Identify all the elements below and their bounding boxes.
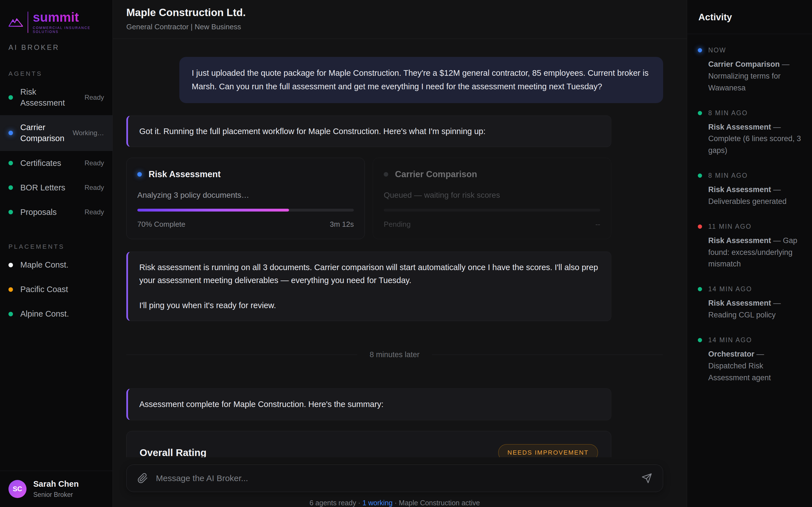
brand-tagline: COMMERCIAL INSURANCE SOLUTIONS [33, 26, 104, 34]
activity-list: NOW Carrier Comparison — Normalizing ter… [687, 34, 812, 399]
agent-status-dot-icon [8, 95, 13, 100]
brand-name: summit [33, 11, 104, 24]
send-icon[interactable] [642, 473, 652, 484]
progress-percent-label: Pending [384, 220, 410, 229]
sidebar-item-pacific-coast[interactable]: Pacific Coast [0, 277, 112, 302]
placement-name: Pacific Coast [20, 284, 104, 295]
divider-label: 8 minutes later [370, 350, 419, 359]
rating-title: Overall Rating [140, 447, 206, 457]
risk-assessment-progress-card: Risk Assessment Analyzing 3 policy docum… [126, 158, 365, 239]
agent-name: Carrier Comparison [20, 122, 65, 144]
user-profile[interactable]: SC Sarah Chen Senior Broker [0, 471, 112, 507]
overall-rating-card: Overall Rating NEEDS IMPROVEMENT CGL 7/1… [126, 431, 611, 457]
progress-bar [137, 209, 354, 212]
card-title: Carrier Comparison [395, 169, 477, 179]
card-description: Queued — waiting for risk scores [384, 191, 600, 200]
agents-section-header: AGENTS [8, 70, 104, 77]
agents-status-bar: 6 agents ready · 1 working · Maple Const… [126, 499, 663, 507]
assistant-paragraph: I'll ping you when it's ready for review… [139, 299, 600, 312]
card-title: Risk Assessment [149, 169, 221, 179]
placement-status-dot-icon [8, 263, 13, 267]
activity-item: 8 MIN AGO Risk Assessment — Deliverables… [698, 172, 802, 208]
placements-section-header: PLACEMENTS [8, 243, 104, 250]
activity-timestamp: 11 MIN AGO [708, 223, 752, 230]
activity-agent-name: Risk Assessment [708, 123, 771, 131]
working-status-dot-icon [137, 172, 142, 177]
brand-divider [28, 11, 29, 33]
agent-status: Ready [85, 184, 104, 191]
progress-percent-label: 70% Complete [137, 220, 186, 229]
product-label: AI BROKER [8, 43, 104, 52]
agent-cards-row: Risk Assessment Analyzing 3 policy docum… [126, 158, 611, 239]
agent-status: Ready [85, 94, 104, 101]
page-title: Maple Construction Ltd. [126, 7, 673, 18]
placement-name: Alpine Const. [20, 308, 104, 320]
activity-timestamp: 14 MIN AGO [708, 336, 752, 344]
message-input[interactable] [156, 473, 633, 483]
sidebar-item-bor-letters[interactable]: BOR Letters Ready [0, 175, 112, 200]
active-placement-label: · Maple Construction active [393, 499, 480, 507]
assistant-message: Got it. Running the full placement workf… [126, 115, 611, 147]
agents-ready-count: 6 agents ready · [310, 499, 363, 507]
activity-status-dot-icon [698, 287, 702, 291]
user-message: I just uploaded the quote package for Ma… [179, 57, 663, 103]
attachment-icon[interactable] [137, 473, 148, 484]
sidebar-item-carrier-comparison[interactable]: Carrier Comparison Working… [0, 115, 112, 151]
activity-agent-name: Risk Assessment [708, 299, 771, 307]
agent-status-dot-icon [8, 161, 13, 165]
message-input-box[interactable] [126, 464, 663, 492]
brand-block: summit COMMERCIAL INSURANCE SOLUTIONS AI… [0, 0, 112, 52]
activity-item: 14 MIN AGO Risk Assessment — Reading CGL… [698, 285, 802, 321]
activity-item: 8 MIN AGO Risk Assessment — Complete (6 … [698, 109, 802, 157]
agent-status: Ready [85, 208, 104, 216]
activity-item: 14 MIN AGO Orchestrator — Dispatched Ris… [698, 336, 802, 384]
time-divider: 8 minutes later [126, 350, 663, 359]
page-subtitle: General Contractor | New Business [126, 22, 673, 31]
agent-name: Risk Assessment [20, 87, 77, 108]
agent-status-dot-icon [8, 131, 13, 135]
assistant-message: Assessment complete for Maple Constructi… [126, 388, 611, 420]
activity-timestamp: NOW [708, 47, 726, 54]
progress-eta-label: -- [596, 220, 600, 229]
assistant-message: Risk assessment is running on all 3 docu… [126, 251, 611, 321]
queued-status-dot-icon [384, 172, 388, 177]
sidebar-item-alpine-const[interactable]: Alpine Const. [0, 302, 112, 326]
carrier-comparison-progress-card: Carrier Comparison Queued — waiting for … [373, 158, 611, 239]
placement-name: Maple Const. [20, 260, 104, 270]
chat-header: Maple Construction Ltd. General Contract… [113, 0, 687, 39]
activity-agent-name: Risk Assessment [708, 236, 771, 245]
composer: 6 agents ready · 1 working · Maple Const… [113, 457, 687, 507]
agents-list: Risk Assessment Ready Carrier Comparison… [0, 80, 112, 224]
activity-status-dot-icon [698, 173, 702, 178]
agent-name: Certificates [20, 158, 77, 169]
activity-agent-name: Risk Assessment [708, 185, 771, 194]
agent-status-dot-icon [8, 185, 13, 190]
sidebar-item-certificates[interactable]: Certificates Ready [0, 151, 112, 175]
activity-item: 11 MIN AGO Risk Assessment — Gap found: … [698, 223, 802, 270]
agents-working-count[interactable]: 1 working [362, 499, 393, 507]
profile-name: Sarah Chen [33, 480, 79, 489]
sidebar-item-maple-const[interactable]: Maple Const. [0, 252, 112, 277]
card-description: Analyzing 3 policy documents… [137, 191, 354, 200]
agent-status: Ready [85, 159, 104, 167]
activity-timestamp: 14 MIN AGO [708, 285, 752, 293]
activity-agent-name: Orchestrator [708, 350, 755, 358]
agent-status-dot-icon [8, 210, 13, 214]
agent-name: Proposals [20, 207, 77, 218]
sidebar-item-risk-assessment[interactable]: Risk Assessment Ready [0, 80, 112, 115]
assistant-paragraph: Risk assessment is running on all 3 docu… [139, 261, 600, 287]
sidebar-item-proposals[interactable]: Proposals Ready [0, 200, 112, 224]
activity-status-dot-icon [698, 48, 702, 52]
activity-item: NOW Carrier Comparison — Normalizing ter… [698, 47, 802, 94]
summit-logo-icon [8, 16, 23, 28]
agent-name: BOR Letters [20, 182, 77, 193]
avatar: SC [8, 480, 27, 498]
activity-panel: Activity NOW Carrier Comparison — Normal… [687, 0, 812, 507]
activity-timestamp: 8 MIN AGO [708, 109, 748, 117]
activity-status-dot-icon [698, 338, 702, 342]
activity-agent-name: Carrier Comparison [708, 60, 780, 68]
activity-timestamp: 8 MIN AGO [708, 172, 748, 179]
progress-bar [384, 209, 600, 212]
progress-eta-label: 3m 12s [330, 220, 354, 229]
message-list: I just uploaded the quote package for Ma… [113, 39, 687, 457]
